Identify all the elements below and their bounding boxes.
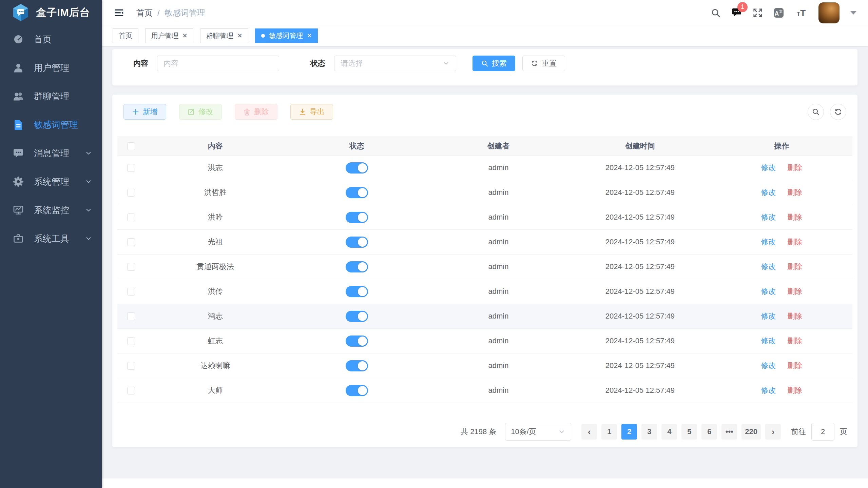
row-delete-link[interactable]: 删除 [787, 163, 802, 173]
delete-button[interactable]: 删除 [235, 104, 277, 120]
search-button[interactable]: 搜索 [472, 56, 515, 71]
sidebar-item-system-tools[interactable]: 系统工具 [0, 224, 102, 253]
gear-icon [13, 176, 24, 187]
creator-cell: admin [428, 213, 569, 222]
status-toggle[interactable] [346, 212, 368, 223]
toggle-search-button[interactable] [808, 104, 824, 120]
more-pages-button[interactable]: ••• [721, 424, 737, 440]
sidebar-item-system-mgmt[interactable]: 系统管理 [0, 167, 102, 196]
dashboard-icon [13, 34, 24, 45]
close-tab-icon[interactable]: × [182, 32, 187, 40]
font-size-icon[interactable] [795, 8, 808, 18]
prev-page-button[interactable]: ‹ [581, 424, 597, 440]
goto-page-input[interactable] [811, 423, 834, 441]
add-button[interactable]: 新增 [123, 104, 166, 120]
row-edit-link[interactable]: 修改 [761, 212, 776, 222]
status-toggle[interactable] [346, 286, 368, 297]
sidebar-collapse-icon[interactable] [113, 8, 125, 18]
page-button-4[interactable]: 4 [661, 424, 677, 440]
row-delete-link[interactable]: 删除 [787, 336, 802, 346]
row-edit-link[interactable]: 修改 [761, 237, 776, 247]
breadcrumb-root[interactable]: 首页 [136, 7, 153, 18]
refresh-table-button[interactable] [830, 104, 846, 120]
toolbox-icon [13, 233, 24, 244]
status-filter-select[interactable]: 请选择 [334, 56, 456, 71]
row-checkbox[interactable] [127, 337, 135, 345]
status-toggle[interactable] [346, 237, 368, 248]
sidebar-item-home[interactable]: 首页 [0, 25, 102, 54]
reset-button[interactable]: 重置 [522, 56, 565, 71]
close-tab-icon[interactable]: × [307, 32, 312, 40]
row-checkbox[interactable] [127, 238, 135, 246]
row-delete-link[interactable]: 删除 [787, 237, 802, 247]
content-filter-input[interactable] [157, 56, 279, 71]
status-cell [286, 261, 427, 272]
next-page-button[interactable]: › [765, 424, 781, 440]
status-toggle[interactable] [346, 360, 368, 371]
page-button-5[interactable]: 5 [681, 424, 697, 440]
page-size-select[interactable]: 10条/页 [505, 423, 571, 441]
sidebar-item-user-mgmt[interactable]: 用户管理 [0, 54, 102, 82]
row-edit-link[interactable]: 修改 [761, 163, 776, 173]
row-checkbox[interactable] [127, 189, 135, 197]
status-toggle[interactable] [346, 385, 368, 396]
status-toggle[interactable] [346, 187, 368, 198]
created-at-cell: 2024-12-05 12:57:49 [569, 312, 711, 321]
tab-用户管理[interactable]: 用户管理 × [145, 28, 193, 43]
row-checkbox[interactable] [127, 387, 135, 394]
page-button-3[interactable]: 3 [641, 424, 657, 440]
row-edit-link[interactable]: 修改 [761, 262, 776, 272]
status-toggle[interactable] [346, 336, 368, 347]
select-all-checkbox[interactable] [127, 142, 135, 150]
sidebar-item-message-mgmt[interactable]: 消息管理 [0, 139, 102, 167]
row-delete-link[interactable]: 删除 [787, 311, 802, 321]
export-button[interactable]: 导出 [290, 104, 333, 120]
status-toggle[interactable] [346, 311, 368, 322]
status-toggle[interactable] [346, 261, 368, 272]
table-row: 大师 admin 2024-12-05 12:57:49 修改 删除 [117, 378, 852, 403]
row-checkbox[interactable] [127, 263, 135, 271]
row-edit-link[interactable]: 修改 [761, 311, 776, 321]
page-button-6[interactable]: 6 [701, 424, 717, 440]
row-checkbox[interactable] [127, 164, 135, 172]
page-button-1[interactable]: 1 [601, 424, 617, 440]
row-delete-link[interactable]: 删除 [787, 361, 802, 371]
select-all-cell [117, 142, 144, 150]
user-avatar[interactable] [818, 2, 840, 23]
row-edit-link[interactable]: 修改 [761, 361, 776, 371]
row-checkbox[interactable] [127, 214, 135, 221]
row-delete-link[interactable]: 删除 [787, 385, 802, 395]
messages-button[interactable]: 1 [732, 7, 742, 19]
row-edit-link[interactable]: 修改 [761, 187, 776, 198]
filter-form: 内容 状态 请选择 搜索 重置 [133, 56, 565, 71]
row-delete-link[interactable]: 删除 [787, 187, 802, 198]
page-button-2[interactable]: 2 [621, 424, 637, 440]
row-edit-link[interactable]: 修改 [761, 336, 776, 346]
row-checkbox[interactable] [127, 312, 135, 320]
row-edit-link[interactable]: 修改 [761, 286, 776, 297]
content-cell: 洪吟 [144, 212, 286, 222]
header-search-icon[interactable] [711, 8, 721, 18]
row-delete-link[interactable]: 删除 [787, 262, 802, 272]
fullscreen-icon[interactable] [753, 8, 763, 18]
table-card: 新增 修改 删除 导出 [112, 94, 858, 447]
close-tab-icon[interactable]: × [237, 32, 242, 40]
tab-首页[interactable]: 首页 [113, 28, 138, 43]
row-checkbox[interactable] [127, 362, 135, 370]
row-delete-link[interactable]: 删除 [787, 212, 802, 222]
row-delete-link[interactable]: 删除 [787, 286, 802, 297]
page-button-220[interactable]: 220 [741, 424, 761, 440]
tab-敏感词管理[interactable]: 敏感词管理 × [255, 28, 318, 43]
edit-button[interactable]: 修改 [179, 104, 222, 120]
sidebar-item-group-mgmt[interactable]: 群聊管理 [0, 82, 102, 110]
avatar-caret-down-icon[interactable] [850, 11, 856, 15]
sidebar-item-sensitive-words[interactable]: 敏感词管理 [0, 110, 102, 139]
actions-cell: 修改 删除 [711, 262, 852, 272]
row-edit-link[interactable]: 修改 [761, 385, 776, 395]
row-checkbox[interactable] [127, 288, 135, 296]
translate-icon[interactable] [774, 8, 784, 18]
tab-群聊管理[interactable]: 群聊管理 × [200, 28, 248, 43]
content-cell: 洪志 [144, 163, 286, 173]
status-toggle[interactable] [346, 162, 368, 174]
sidebar-item-system-monitor[interactable]: 系统监控 [0, 196, 102, 224]
